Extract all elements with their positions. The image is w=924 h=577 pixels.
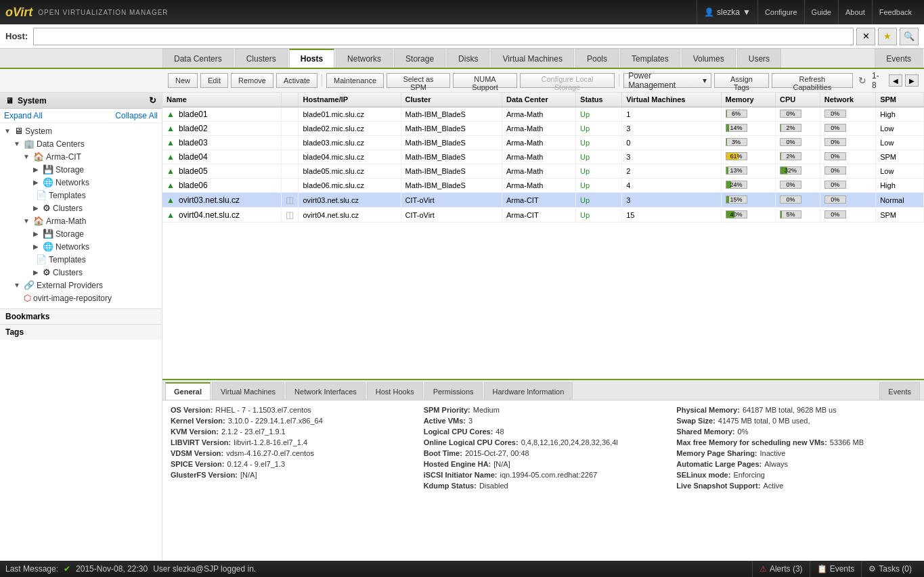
- bookmark-search-button[interactable]: ★: [878, 28, 897, 45]
- sidebar-item-networks-math[interactable]: ▶ 🌐 Networks: [0, 240, 162, 253]
- col-hostname: Hostname/IP: [299, 93, 401, 107]
- status-arrow-icon: ▲: [167, 152, 175, 162]
- sidebar-item-ovirt-image-repo[interactable]: ⬡ ovirt-image-repository: [0, 292, 162, 304]
- details-tab-permissions[interactable]: Permissions: [424, 382, 483, 400]
- table-row[interactable]: ▲ blade01 blade01.mic.slu.cz Math-IBM_Bl…: [162, 107, 924, 122]
- details-tab-host-hooks[interactable]: Host Hooks: [367, 382, 423, 400]
- arma-cit-icon: 🏠: [33, 152, 44, 162]
- table-row[interactable]: ▲ blade04 blade04.mic.slu.cz Math-IBM_Bl…: [162, 150, 924, 164]
- toggle-system[interactable]: ▼: [3, 126, 12, 136]
- expand-all-link[interactable]: Expand All: [4, 111, 43, 120]
- toggle-storage-cit[interactable]: ▶: [31, 165, 41, 175]
- sidebar-item-storage-math[interactable]: ▶ 💾 Storage: [0, 227, 162, 240]
- shared-memory-label: Shared Memory:: [676, 428, 734, 436]
- table-row[interactable]: ▲ blade06 blade06.mic.slu.cz Math-IBM_Bl…: [162, 179, 924, 193]
- search-button[interactable]: 🔍: [900, 28, 919, 45]
- cell-spm: High: [876, 179, 924, 193]
- select-as-spm-button[interactable]: Select as SPM: [387, 73, 450, 88]
- toggle-clusters-cit[interactable]: ▶: [31, 204, 41, 213]
- maintenance-button[interactable]: Maintenance: [326, 73, 384, 88]
- about-link[interactable]: About: [838, 0, 872, 24]
- clear-search-button[interactable]: ✕: [856, 28, 875, 45]
- col-vms: Virtual Machines: [622, 93, 721, 107]
- toggle-storage-math[interactable]: ▶: [31, 229, 41, 239]
- sidebar-item-external-providers[interactable]: ▼ 🔗 External Providers: [0, 279, 162, 292]
- sidebar-item-clusters-math[interactable]: ▶ ⚙ Clusters: [0, 266, 162, 279]
- tab-clusters[interactable]: Clusters: [235, 49, 288, 68]
- toggle-arma-math[interactable]: ▼: [22, 216, 31, 226]
- tab-virtual-machines[interactable]: Virtual Machines: [491, 49, 574, 68]
- assign-tags-button[interactable]: Assign Tags: [714, 73, 769, 88]
- cell-hostname: blade03.mic.slu.cz: [299, 136, 401, 150]
- collapse-all-link[interactable]: Collapse All: [115, 111, 158, 120]
- remove-button[interactable]: Remove: [231, 73, 273, 88]
- details-tab-events[interactable]: Events: [879, 382, 920, 400]
- refresh-icon[interactable]: ↻: [858, 75, 866, 86]
- toggle-clusters-math[interactable]: ▶: [31, 268, 41, 277]
- tab-networks[interactable]: Networks: [336, 49, 393, 68]
- details-tab-general[interactable]: General: [165, 382, 211, 400]
- tab-storage[interactable]: Storage: [394, 49, 445, 68]
- sidebar-item-templates-math[interactable]: 📄 Templates: [0, 253, 162, 266]
- guide-link[interactable]: Guide: [804, 0, 838, 24]
- numa-support-button[interactable]: NUMA Support: [453, 73, 517, 88]
- prev-page-button[interactable]: ◀: [889, 74, 902, 87]
- toggle-external-providers[interactable]: ▼: [12, 281, 22, 290]
- col-spm: SPM: [876, 93, 924, 107]
- tab-pools[interactable]: Pools: [575, 49, 619, 68]
- alerts-button[interactable]: ⚠ Alerts (3): [752, 561, 810, 577]
- next-page-button[interactable]: ▶: [905, 74, 919, 87]
- cell-vms: 3: [622, 150, 721, 164]
- sidebar-item-storage-cit[interactable]: ▶ 💾 Storage: [0, 163, 162, 176]
- feedback-link[interactable]: Feedback: [872, 0, 919, 24]
- configure-local-storage-button[interactable]: Configure Local Storage: [520, 73, 615, 88]
- cell-flag: [282, 164, 299, 179]
- cell-memory: 61%: [721, 150, 776, 164]
- user-info[interactable]: 👤 slezka ▼: [697, 0, 757, 24]
- tab-events-top[interactable]: Events: [875, 49, 923, 68]
- status-arrow-icon: ▲: [167, 110, 175, 119]
- events-button[interactable]: 📋 Events: [810, 561, 862, 577]
- glusterfs-label: GlusterFS Version:: [171, 471, 238, 479]
- toggle-networks-math[interactable]: ▶: [31, 242, 41, 252]
- tab-templates[interactable]: Templates: [620, 49, 680, 68]
- toggle-networks-cit[interactable]: ▶: [31, 178, 41, 187]
- memory-page-sharing-row: Memory Page Sharing: Inactive: [676, 449, 916, 457]
- edit-button[interactable]: Edit: [200, 73, 228, 88]
- table-row[interactable]: ▲ blade03 blade03.mic.slu.cz Math-IBM_Bl…: [162, 136, 924, 150]
- sidebar-item-data-centers[interactable]: ▼ 🏢 Data Centers: [0, 137, 162, 150]
- refresh-capabilities-button[interactable]: Refresh Capabilities: [772, 73, 853, 88]
- tab-users[interactable]: Users: [737, 49, 781, 68]
- details-tab-network-interfaces[interactable]: Network Interfaces: [286, 382, 366, 400]
- table-row[interactable]: ▲ blade02 blade02.mic.slu.cz Math-IBM_Bl…: [162, 122, 924, 136]
- sidebar-item-arma-cit[interactable]: ▼ 🏠 Arma-CIT: [0, 150, 162, 163]
- sidebar-item-system[interactable]: ▼ 🖥 System: [0, 124, 162, 137]
- table-row[interactable]: ▲ ovirt03.net.slu.cz ◫ ovirt03.net.slu.c…: [162, 193, 924, 208]
- sidebar-item-arma-math[interactable]: ▼ 🏠 Arma-Math: [0, 214, 162, 227]
- sidebar-refresh-icon[interactable]: ↻: [149, 95, 156, 106]
- tab-hosts[interactable]: Hosts: [289, 49, 334, 68]
- toggle-data-centers[interactable]: ▼: [12, 139, 22, 149]
- tab-data-centers[interactable]: Data Centers: [162, 49, 234, 68]
- sidebar-item-templates-cit[interactable]: 📄 Templates: [0, 189, 162, 202]
- table-row[interactable]: ▲ ovirt04.net.slu.cz ◫ ovirt04.net.slu.c…: [162, 208, 924, 223]
- sidebar-item-networks-cit[interactable]: ▶ 🌐 Networks: [0, 176, 162, 189]
- vdsm-row: VDSM Version: vdsm-4.16.27-0.el7.centos: [171, 449, 410, 457]
- toggle-arma-cit[interactable]: ▼: [22, 152, 31, 162]
- search-input[interactable]: [33, 28, 854, 45]
- details-tab-hardware-information[interactable]: Hardware Information: [484, 382, 573, 400]
- tab-volumes[interactable]: Volumes: [682, 49, 736, 68]
- details-tab-virtual-machines[interactable]: Virtual Machines: [212, 382, 284, 400]
- table-row[interactable]: ▲ blade05 blade05.mic.slu.cz Math-IBM_Bl…: [162, 164, 924, 179]
- hosted-engine-row: Hosted Engine HA: [N/A]: [424, 460, 663, 468]
- activate-button[interactable]: Activate: [276, 73, 317, 88]
- separator-2: [619, 74, 619, 87]
- new-button[interactable]: New: [168, 73, 198, 88]
- tasks-button[interactable]: ⚙ Tasks (0): [861, 561, 919, 577]
- configure-link[interactable]: Configure: [757, 0, 804, 24]
- active-vms-value: 3: [468, 417, 472, 425]
- power-management-dropdown[interactable]: Power Management ▾: [623, 73, 711, 88]
- clusters-cit-label: Clusters: [53, 204, 83, 213]
- sidebar-item-clusters-cit[interactable]: ▶ ⚙ Clusters: [0, 202, 162, 214]
- tab-disks[interactable]: Disks: [447, 49, 489, 68]
